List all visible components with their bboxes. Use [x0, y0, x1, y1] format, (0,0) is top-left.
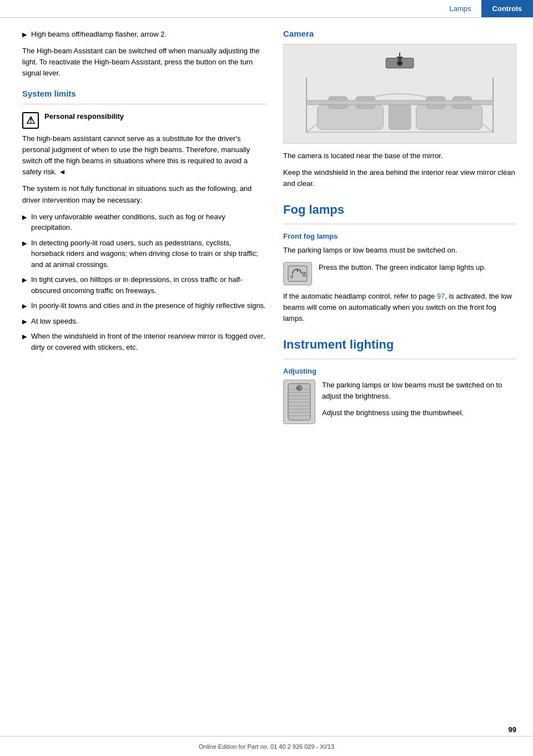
bullet-text: In poorly-lit towns and cities and in th…: [31, 300, 266, 311]
right-column: Camera: [283, 29, 516, 430]
left-column: ▶ High beams off/headlamp flasher, arrow…: [22, 29, 266, 430]
list-item: ▶ When the windshield in front of the in…: [22, 331, 266, 352]
page-number: 99: [509, 725, 516, 734]
list-item: ▶ At low speeds.: [22, 316, 266, 327]
footer-text: Online Edition for Part no. 01 40 2 926 …: [199, 743, 334, 750]
warning-content: Personal responsibility: [44, 112, 124, 122]
bullet-text: In detecting poorly-lit road users, such…: [31, 238, 266, 270]
top-bullet-item: ▶ High beams off/headlamp flasher, arrow…: [22, 29, 266, 40]
camera-section: Camera: [283, 29, 516, 189]
fog-button-row: d Press the button. The green indicator …: [283, 262, 516, 285]
bullet-text: At low speeds.: [31, 316, 78, 327]
svg-text:⟳: ⟳: [296, 386, 300, 391]
camera-para2: Keep the windshield in the area behind t…: [283, 167, 516, 189]
fog-lamps-section: Fog lamps Front fog lamps The parking la…: [283, 203, 516, 324]
bullet-arrow-icon: ▶: [22, 30, 27, 40]
adjust-para1: The parking lamps or low beams must be s…: [322, 380, 516, 402]
adjusting-heading: Adjusting: [283, 367, 516, 375]
system-limits-heading: System limits: [22, 89, 266, 98]
bullet-text: In tight curves, on hilltops or in depre…: [31, 274, 266, 296]
svg-point-10: [399, 62, 401, 64]
warning-icon: ⚠: [22, 112, 39, 129]
fog-button-text: Press the button. The green indicator la…: [319, 262, 486, 273]
fog-para2: If the automatic headlamp control, refer…: [283, 291, 516, 324]
camera-heading: Camera: [283, 29, 516, 38]
instrument-lighting-section: Instrument lighting Adjusting: [283, 337, 516, 424]
bullet-text: In very unfavorable weather conditions, …: [31, 211, 266, 233]
instrument-adjust-text: The parking lamps or low beams must be s…: [322, 380, 516, 424]
adjust-para2: Adjust the brightness using the thumbwhe…: [322, 407, 516, 419]
warning-text: The high-beam assistant cannot serve as …: [22, 133, 266, 178]
system-paragraph2: The system is not fully functional in si…: [22, 183, 266, 205]
svg-rect-14: [306, 100, 493, 105]
header-controls-tab: Controls: [481, 0, 533, 17]
fog-para1: The parking lamps or low beams must be s…: [283, 245, 516, 256]
svg-rect-3: [416, 105, 482, 130]
divider: [22, 104, 266, 104]
warning-block: ⚠ Personal responsibility: [22, 112, 266, 129]
high-beam-paragraph: The High-beam Assistant can be switched …: [22, 46, 266, 79]
list-item: ▶ In tight curves, on hilltops or in dep…: [22, 274, 266, 296]
bullet-arrow-icon: ▶: [22, 239, 27, 270]
divider: [283, 359, 516, 359]
fog-button-icon: d: [283, 262, 312, 285]
warning-title: Personal responsibility: [44, 112, 124, 120]
bullet-list: ▶ In very unfavorable weather conditions…: [22, 211, 266, 353]
svg-rect-2: [389, 105, 411, 130]
front-fog-heading: Front fog lamps: [283, 232, 516, 240]
svg-text:d: d: [290, 274, 293, 279]
camera-image: [283, 44, 516, 144]
footer: Online Edition for Part no. 01 40 2 926 …: [0, 736, 533, 756]
fog-page-link[interactable]: 97: [437, 292, 445, 300]
bullet-arrow-icon: ▶: [22, 317, 27, 327]
fog-lamps-heading: Fog lamps: [283, 203, 516, 217]
list-item: ▶ In poorly-lit towns and cities and in …: [22, 300, 266, 311]
divider: [283, 224, 516, 224]
header-lamps-tab: Lamps: [440, 0, 481, 17]
bullet-arrow-icon: ▶: [22, 213, 27, 233]
bullet-text: When the windshield in front of the inte…: [31, 331, 266, 352]
bullet-arrow-icon: ▶: [22, 275, 27, 296]
camera-para1: The camera is located near the base of t…: [283, 150, 516, 162]
instrument-lighting-heading: Instrument lighting: [283, 337, 516, 352]
instrument-icon: ⟳: [283, 380, 315, 424]
list-item: ▶ In very unfavorable weather conditions…: [22, 211, 266, 233]
bullet-arrow-icon: ▶: [22, 301, 27, 311]
list-item: ▶ In detecting poorly-lit road users, su…: [22, 238, 266, 270]
warning-end-marker: ◄: [59, 168, 66, 176]
bullet-arrow-icon: ▶: [22, 332, 27, 352]
top-bullet-text: High beams off/headlamp flasher, arrow 2…: [31, 29, 167, 40]
main-content: ▶ High beams off/headlamp flasher, arrow…: [0, 18, 533, 441]
page-header: Lamps Controls: [0, 0, 533, 18]
instrument-adjust-row: ⟳ The parking lamps or low beams must be…: [283, 380, 516, 424]
